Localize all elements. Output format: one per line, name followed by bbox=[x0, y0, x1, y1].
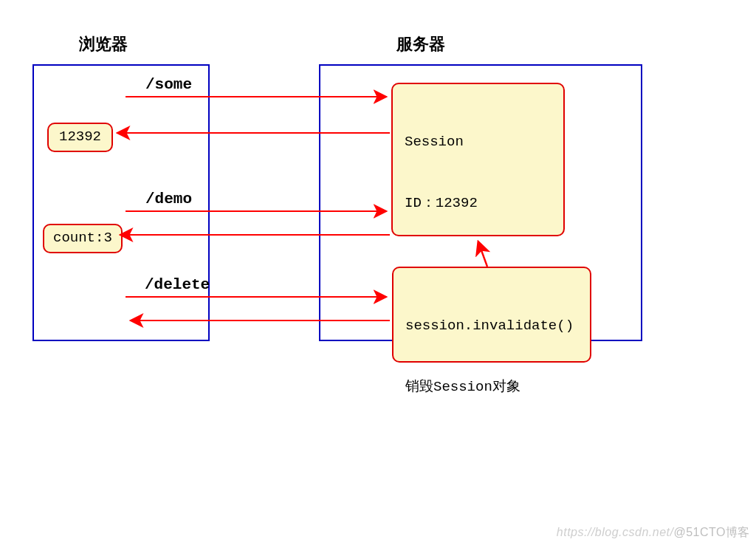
flow-label-delete: /delete bbox=[145, 276, 210, 293]
session-line-1: Session bbox=[405, 132, 551, 153]
session-line-2: ID：12392 bbox=[405, 193, 551, 214]
browser-count-pill: count:3 bbox=[43, 224, 123, 253]
browser-session-id-pill: 12392 bbox=[47, 123, 113, 152]
flow-label-some: /some bbox=[145, 76, 192, 93]
invalidate-line-1: session.invalidate() bbox=[405, 316, 578, 337]
diagram-stage: 浏览器 服务器 Session ID：12392 count:3... sess… bbox=[0, 0, 756, 545]
server-title: 服务器 bbox=[377, 33, 465, 55]
watermark-site: https://blog.csdn.net/ bbox=[557, 526, 674, 538]
browser-title: 浏览器 bbox=[59, 33, 148, 55]
session-data-box: Session ID：12392 count:3... bbox=[391, 83, 565, 236]
invalidate-line-2: 销毁Session对象 bbox=[405, 377, 578, 398]
invalidate-box: session.invalidate() 销毁Session对象 bbox=[392, 267, 591, 363]
flow-label-demo: /demo bbox=[145, 191, 192, 208]
watermark-tag: @51CTO博客 bbox=[673, 526, 750, 538]
watermark: https://blog.csdn.net/@51CTO博客 bbox=[557, 525, 750, 541]
